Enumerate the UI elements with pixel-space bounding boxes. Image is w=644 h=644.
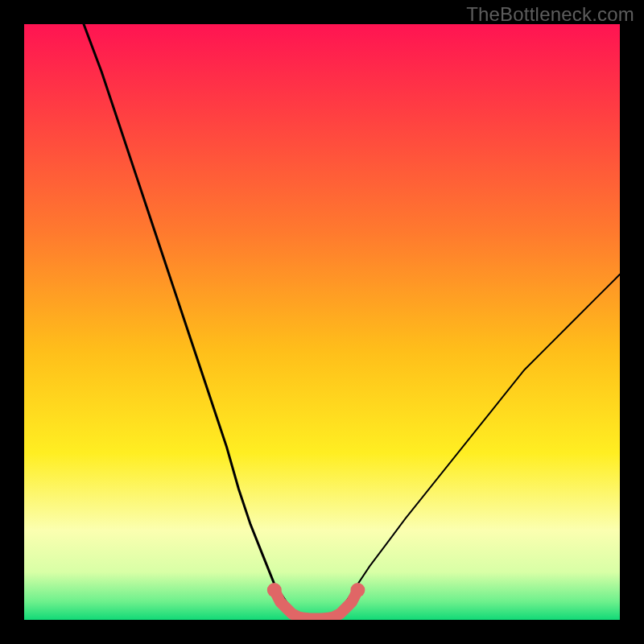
watermark-text: TheBottleneck.com: [466, 3, 634, 26]
chart-plot-area: [24, 24, 620, 620]
highlight-dot: [350, 583, 365, 597]
chart-svg: [24, 24, 620, 620]
highlight-dot: [267, 583, 282, 597]
gradient-background: [24, 24, 620, 620]
outer-frame: TheBottleneck.com: [0, 0, 644, 644]
